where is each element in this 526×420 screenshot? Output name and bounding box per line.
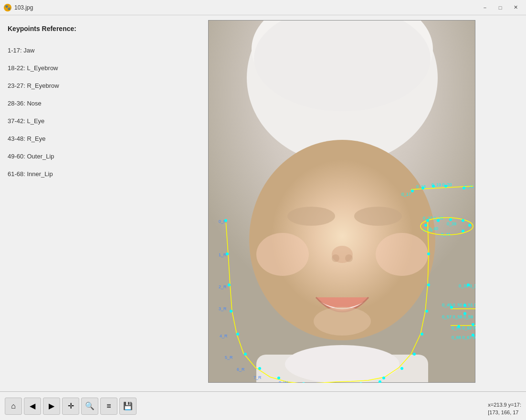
app-icon: 🐾 [4,4,11,11]
title-bar: 🐾 103.jpg − □ ✕ [0,0,526,15]
svg-point-71 [444,185,447,188]
svg-point-72 [463,187,465,189]
home-button[interactable]: ⌂ [5,398,22,415]
sidebar-item-r-eye: 43-48: R_Eye [8,135,150,142]
svg-point-112 [472,323,474,326]
svg-point-135 [426,219,429,222]
coords-status: x=213.9 y=17: [488,401,521,409]
image-area[interactable]: 0_R 1_R 2_R 3_R 4_R 5_R 6_R 7_R 8_W 16_R… [158,15,526,391]
sidebar-item-jaw: 1-17: Jaw [8,47,150,54]
svg-text:0_61 0_62 0_63 0_64 0_65: 0_61 0_62 0_63 0_64 0_65 [452,326,475,330]
svg-point-133 [359,382,362,383]
svg-point-142 [382,377,385,379]
sidebar-item-l-eyebrow: 18-22: L_Eyebrow [8,64,150,72]
svg-text:0_42: 0_42 [423,228,432,232]
svg-point-128 [258,367,261,370]
svg-text:0_57 0_58 0_59: 0_57 0_58 0_59 [442,315,473,319]
close-button[interactable]: ✕ [509,3,522,12]
save-button[interactable]: 💾 [119,398,137,415]
svg-point-81 [462,219,464,222]
sidebar-heading: Keypoints Reference: [8,25,150,32]
svg-point-94 [467,284,470,286]
svg-point-69 [421,187,424,189]
svg-text:0_39: 0_39 [447,221,456,226]
svg-text:0_49 0_50 0_51 0_52: 0_49 0_50 0_51 0_52 [442,303,475,307]
svg-point-68 [411,189,414,192]
settings-button[interactable]: ≡ [100,398,117,415]
window-controls: − □ ✕ [478,3,522,12]
keypoint-overlay: 0_R 1_R 2_R 3_R 4_R 5_R 6_R 7_R 8_W 16_R… [208,20,475,383]
svg-point-137 [427,284,430,286]
svg-point-134 [379,380,381,383]
main-content: Keypoints Reference: 1-17: Jaw 18-22: L_… [0,15,526,391]
svg-text:7_R: 7_R [253,375,262,380]
svg-point-129 [277,377,280,379]
svg-text:0_17: 0_17 [401,192,411,197]
svg-point-136 [427,252,430,255]
zoom-button[interactable]: 🔍 [81,398,98,415]
svg-point-140 [413,353,416,356]
svg-point-83 [462,230,464,232]
sidebar-item-r-eyebrow: 23-27: R_Eyebrow [8,82,150,89]
window-title: 103.jpg [14,4,33,11]
move-button[interactable]: ✛ [62,398,79,415]
svg-point-124 [228,284,231,286]
maximize-button[interactable]: □ [494,3,507,12]
sidebar-item-nose: 28-36: Nose [8,100,150,107]
sidebar: Keypoints Reference: 1-17: Jaw 18-22: L_… [0,15,158,391]
svg-point-123 [226,252,229,255]
svg-text:6_R: 6_R [237,367,245,372]
svg-point-100 [463,304,466,307]
svg-text:0_18: 0_18 [416,184,426,189]
svg-point-99 [450,306,453,309]
minimize-button[interactable]: − [478,3,492,12]
svg-text:5_R: 5_R [225,355,233,360]
svg-point-80 [449,218,452,221]
prev-button[interactable]: ◀ [24,398,41,415]
svg-point-141 [400,367,403,370]
svg-text:3_R: 3_R [219,306,227,311]
title-bar-left: 🐾 103.jpg [4,4,33,11]
svg-text:4_R: 4_R [220,334,228,338]
svg-text:1_R: 1_R [219,252,227,257]
svg-point-110 [463,312,466,315]
next-button[interactable]: ▶ [43,398,60,415]
svg-point-125 [230,310,232,313]
svg-text:0_41: 0_41 [441,232,451,237]
svg-point-79 [437,219,440,222]
svg-point-122 [224,219,227,222]
svg-point-78 [424,224,427,227]
svg-text:2_R: 2_R [219,284,227,289]
svg-point-70 [432,185,435,188]
svg-point-82 [468,224,471,227]
svg-point-111 [457,325,460,328]
svg-point-138 [425,310,428,313]
values-status: [173, 166, 17 [488,409,521,416]
toolbar: ⌂ ◀ ▶ ✛ 🔍 ≡ 💾 x=213.9 y=17: [173, 166, 1… [0,391,526,420]
svg-point-120 [472,334,474,336]
face-canvas[interactable]: 0_R 1_R 2_R 3_R 4_R 5_R 6_R 7_R 8_W 16_R… [208,20,475,383]
sidebar-item-l-eye: 37-42: L_Eye [8,117,150,125]
svg-point-126 [236,333,239,336]
svg-point-127 [244,353,247,356]
status-bar: x=213.9 y=17: [173, 166, 17 [488,401,521,416]
svg-text:8_W: 8_W [279,380,288,383]
svg-point-139 [421,333,423,336]
svg-point-130 [302,382,305,383]
sidebar-item-outer-lip: 49-60: Outer_Lip [8,153,150,160]
sidebar-item-inner-lip: 61-68: Inner_Lip [8,170,150,178]
